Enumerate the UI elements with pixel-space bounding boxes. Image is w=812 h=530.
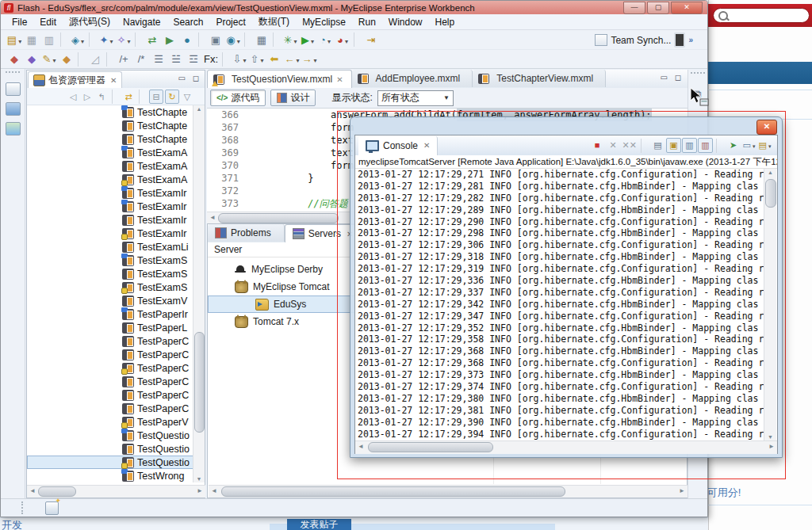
scroll-left-icon[interactable]: ◄ — [29, 486, 36, 497]
maximize-button[interactable]: ▢ — [647, 2, 669, 14]
close-button[interactable]: ✕ — [671, 2, 703, 14]
forward-button[interactable]: → — [301, 51, 318, 67]
tree-item[interactable]: TestPaperC — [27, 388, 195, 402]
tree-horizontal-scrollbar[interactable]: ◄ ► — [27, 485, 205, 498]
shift-right-button[interactable]: ☰ — [150, 51, 167, 67]
sync-button[interactable]: ⇄ — [144, 32, 161, 48]
tree-item[interactable]: TestExamV — [27, 294, 195, 307]
restore-view-icon[interactable] — [6, 82, 21, 96]
webpage-dev-link[interactable]: 开发 — [2, 518, 22, 530]
console-log[interactable]: 2013-01-27 12:17:29,271 INFO [org.hibern… — [355, 169, 764, 440]
menu-item[interactable]: Run — [352, 17, 382, 28]
new-flex-element-button[interactable]: ◈ — [69, 32, 86, 48]
menu-item[interactable]: Search — [167, 17, 209, 28]
up-button[interactable]: ↰ — [95, 90, 108, 103]
scrollbar-thumb[interactable] — [221, 486, 565, 497]
minimize-button[interactable]: — — [623, 2, 645, 14]
scroll-up-icon[interactable]: ▲ — [193, 106, 205, 112]
tree-item[interactable]: TestExamS — [27, 280, 195, 294]
tree-vertical-scrollbar[interactable]: ▲ ▼ — [193, 105, 205, 482]
tree-item[interactable]: TestPaperC — [27, 375, 195, 388]
scroll-left-icon[interactable]: ◄ — [209, 212, 216, 223]
remove-all-terminated-button[interactable]: ✕✕ — [622, 138, 638, 153]
editor-tab[interactable]: TestChapterView.mxml — [473, 70, 606, 87]
scroll-lock-button[interactable]: ▣ — [666, 138, 681, 153]
link-with-editor-button[interactable]: ⇄ — [122, 90, 135, 103]
editor-tab[interactable]: AddEmployee.mxml — [352, 70, 473, 87]
scroll-down-icon[interactable]: ▼ — [764, 434, 776, 440]
tree-item[interactable]: TestPaperC — [27, 334, 195, 348]
tree-item[interactable]: TestPaperC — [27, 348, 195, 361]
close-view-icon[interactable]: ✕ — [110, 76, 117, 85]
title-bar[interactable]: fl Flash - EduSys/flex_src/com/palm/modu… — [1, 1, 707, 14]
tree-item[interactable]: TestExamIr — [27, 227, 195, 240]
menu-item[interactable]: Project — [209, 17, 251, 28]
collapse-all-button[interactable]: ⊟ — [149, 90, 163, 104]
open-console-button[interactable]: ▤ — [757, 138, 772, 153]
back-button[interactable]: ← — [283, 51, 301, 67]
menu-item[interactable]: MyEclipse — [296, 17, 352, 28]
scroll-right-icon[interactable]: ► — [679, 486, 685, 497]
source-mode-button[interactable]: </> 源代码 — [210, 90, 266, 106]
display-state-select[interactable]: 所有状态 ▼ — [377, 90, 454, 106]
scroll-down-icon[interactable]: ▼ — [193, 476, 205, 482]
scrollbar-thumb[interactable] — [38, 486, 76, 497]
run-button[interactable]: ▶ — [299, 32, 316, 48]
tree-item[interactable]: TestPaperC — [27, 402, 195, 415]
tree-item[interactable]: TestChapte — [27, 119, 195, 132]
editor-minimize-maximize-icons[interactable]: ▭ ◻ — [660, 73, 684, 82]
scrollbar-thumb[interactable] — [765, 179, 776, 208]
snapshot-button[interactable]: ▦ — [253, 32, 270, 48]
console-horizontal-scrollbar[interactable]: ◄ ► — [355, 440, 777, 454]
display-selected-console-button[interactable]: ▭ — [741, 138, 756, 153]
tree-item[interactable]: TestExamS — [27, 267, 195, 280]
terminate-button[interactable]: ■ — [590, 138, 605, 153]
profile-button[interactable]: ◕ — [334, 32, 351, 48]
mark-occurrences-button[interactable]: ✎ — [40, 51, 58, 67]
console-tab[interactable]: Console ✕ — [358, 136, 438, 155]
menu-item[interactable]: Help — [429, 17, 462, 28]
tree-item[interactable]: TestExamIr — [27, 213, 195, 227]
back-button[interactable]: ◁ — [67, 90, 79, 103]
tree-item[interactable]: TestPaperL — [27, 321, 195, 334]
scrollbar-thumb[interactable] — [368, 442, 493, 452]
tree-item[interactable]: TestChapte — [27, 132, 195, 146]
layout-view-icon[interactable] — [6, 102, 21, 116]
show-stderr-button[interactable]: ▥ — [698, 138, 713, 153]
menu-item[interactable]: Navigate — [117, 17, 167, 28]
scrollbar-thumb[interactable] — [218, 213, 339, 223]
previous-annotation-button[interactable]: ⇧ — [248, 51, 266, 67]
deploy-button[interactable]: ▶ — [161, 32, 178, 48]
fast-view-icon[interactable] — [45, 501, 59, 515]
clear-console-button[interactable]: ▤ — [650, 138, 665, 153]
web-service-button[interactable]: ◉ — [224, 32, 242, 48]
restore-pane-icon[interactable]: ⧉ — [688, 88, 707, 101]
last-edit-location-button[interactable]: ⬅ — [266, 51, 283, 67]
tree-item[interactable]: TestExamIr — [27, 200, 195, 213]
tree-item[interactable]: TestExamIr — [27, 186, 195, 200]
drag-handle[interactable] — [691, 72, 705, 77]
scrollbar-thumb[interactable] — [194, 332, 205, 433]
open-type-button[interactable]: ◆ — [6, 51, 23, 67]
debug-button[interactable]: ✳ — [282, 32, 299, 48]
scroll-right-icon[interactable]: ► — [768, 441, 775, 452]
new-class-button[interactable]: ✦ — [98, 32, 115, 48]
tree-item[interactable]: TestWrong — [27, 469, 195, 482]
panel-tab[interactable]: Problems — [208, 224, 285, 242]
menu-item[interactable]: Edit — [33, 17, 63, 28]
scroll-left-icon[interactable]: ◄ — [358, 441, 364, 452]
menu-item[interactable]: Window — [382, 17, 429, 28]
tree-item[interactable]: TestChapte — [27, 105, 195, 119]
export-release-build-button[interactable]: ⇥ — [362, 32, 380, 48]
run-history-button[interactable]: ◔ — [316, 32, 334, 48]
print-button[interactable]: ▥ — [40, 32, 58, 48]
tree-item[interactable]: TestPaperC — [27, 361, 195, 375]
save-button[interactable]: ▦ — [23, 32, 40, 48]
scroll-up-icon[interactable]: ▲ — [764, 170, 776, 175]
tree-item[interactable]: TestExamA — [27, 146, 195, 159]
scroll-right-icon[interactable]: ► — [197, 486, 203, 497]
open-folder-button[interactable]: ◆ — [58, 51, 75, 67]
tree-item[interactable]: TestQuestio — [27, 456, 195, 469]
tree-item[interactable]: TestPaperV — [27, 415, 195, 429]
perspective-overflow-chevron[interactable]: » — [688, 36, 693, 44]
